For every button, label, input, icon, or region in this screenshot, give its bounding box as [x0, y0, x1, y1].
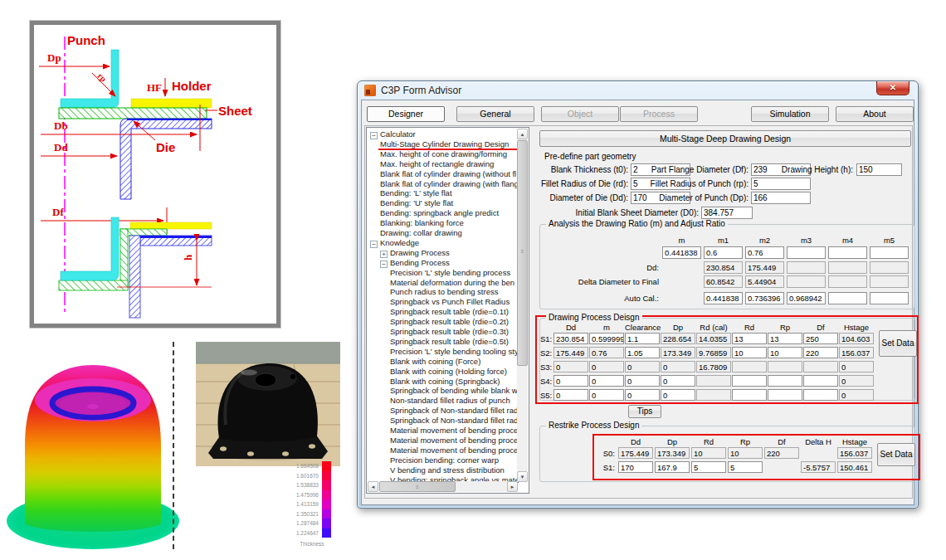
drawing-cell[interactable]: 13 [768, 333, 802, 344]
tree-item[interactable]: Springback of bending while blank w [390, 386, 529, 396]
drawing-cell[interactable]: 10 [732, 347, 767, 358]
tree-horizontal-scrollbar[interactable]: ◄ ≡ ► [368, 481, 518, 492]
analysis-group: Analysis the Drawing Ratio (m) and Adjus… [539, 224, 914, 309]
h-input[interactable] [856, 163, 902, 176]
drawing-cell: 0 [661, 361, 695, 373]
tree-item[interactable]: Material movement of bending proce [390, 436, 529, 446]
tree-item[interactable]: Non-standard fillet radius of punch [390, 396, 529, 406]
analysis-cell[interactable]: 0.441838 [704, 292, 743, 304]
tips-button[interactable]: Tips [628, 405, 661, 418]
drawing-cell[interactable]: 0 [553, 389, 588, 401]
tree-item[interactable]: Blank with coining (Holding force) [390, 367, 529, 377]
dp-input[interactable] [751, 192, 811, 204]
scroll-down-icon[interactable]: ▼ [517, 471, 528, 482]
drawing-cell[interactable]: 10 [768, 347, 802, 358]
tree-item[interactable]: Blank with coining (Springback) [390, 377, 529, 387]
analysis-cell[interactable]: 0.76 [745, 246, 784, 259]
tree-item[interactable]: Bending: 'L' style flat [380, 188, 529, 198]
drawing-cell[interactable]: 0 [625, 375, 660, 387]
tree-item[interactable]: Blank with coining (Force) [390, 357, 529, 367]
drawing-cell[interactable]: 250 [803, 333, 838, 344]
drawing-cell[interactable]: 230.854 [553, 333, 588, 344]
drawing-cell[interactable]: 0 [553, 375, 588, 387]
legend-swatch [322, 509, 331, 519]
rp-input[interactable] [751, 178, 811, 190]
collapse-icon[interactable]: − [370, 241, 378, 248]
scroll-right-icon[interactable]: ► [507, 481, 518, 492]
drawing-cell[interactable] [768, 389, 802, 401]
tree-item[interactable]: −Calculator [370, 129, 519, 139]
tree-item[interactable]: Springback result table (rdie=0.5t) [390, 337, 529, 347]
tree-item[interactable]: Blank flat of cylinder drawing (without … [380, 169, 529, 179]
tab-general[interactable]: General [456, 106, 534, 122]
tree-item[interactable]: Bending: 'U' style flat [380, 198, 529, 208]
drawing-cell[interactable] [732, 389, 767, 401]
tree-item[interactable]: Max. height of rectangle drawing [380, 159, 529, 169]
tree-item[interactable]: Precision bending: corner warp [390, 455, 529, 465]
analysis-cell[interactable]: 0.968942 [787, 292, 826, 304]
drawing-cell[interactable]: 220 [803, 347, 838, 358]
tree-item[interactable]: −Bending Process [380, 258, 529, 268]
tree-item[interactable]: Precision 'L' style bending process [390, 268, 529, 278]
analysis-cell[interactable] [870, 246, 909, 259]
tree-item[interactable]: Material movement of bending proce [390, 446, 529, 455]
analysis-cell[interactable]: 0.736396 [745, 292, 784, 304]
analysis-cell[interactable]: 0.441838 [662, 246, 701, 259]
drawing-cell[interactable]: 0.599999 [589, 333, 624, 344]
tab-about[interactable]: About [836, 106, 914, 122]
analysis-cell[interactable] [787, 246, 826, 259]
tree-item[interactable]: Springback of Non-standard fillet rad [390, 416, 529, 426]
tree-item[interactable]: Blank flat of cylinder drawing (with fla… [380, 179, 529, 189]
tab-designer[interactable]: Designer [367, 106, 445, 122]
drawing-cell[interactable] [732, 375, 767, 387]
analysis-cell[interactable] [828, 292, 867, 304]
drawing-cell[interactable]: 1.1 [625, 333, 660, 344]
tree-item[interactable]: Material deformation during the ben [390, 278, 529, 288]
collapse-icon[interactable]: − [380, 261, 388, 268]
tree-item[interactable]: Blanking: blanking force [380, 218, 529, 228]
d0-input[interactable] [701, 207, 753, 219]
tree-item[interactable]: Punch radius to bending stress [390, 287, 529, 297]
tree-item[interactable]: Springback of Non-standard fillet rad [390, 406, 529, 416]
tree-item[interactable]: −Knowledge [370, 238, 519, 248]
scroll-up-icon[interactable]: ▲ [517, 129, 528, 139]
tree-item[interactable]: Springback result table (rdie=0.3t) [390, 327, 529, 337]
drawing-cell[interactable]: 1.05 [625, 347, 660, 358]
analysis-cell: 60.8542 [704, 275, 743, 288]
tab-simulation[interactable]: Simulation [751, 106, 829, 122]
analysis-cell[interactable]: 0.6 [704, 246, 743, 259]
drawing-cell[interactable]: 0 [589, 389, 624, 401]
expand-icon[interactable]: + [380, 251, 388, 258]
tree-item[interactable]: Material movement of bending proce [390, 426, 529, 436]
drawing-cell[interactable]: 0 [625, 389, 660, 401]
drawing-cell[interactable]: 13 [732, 333, 767, 344]
tree-item[interactable]: Max. height of cone drawing/forming [380, 149, 529, 159]
legend-value: 1.538833 [280, 482, 319, 488]
dfl-label: Part Flange Diameter (Df): [624, 165, 749, 174]
tree-item[interactable]: Springback result table (rdie=0.2t) [390, 317, 529, 327]
close-button[interactable]: ✕ [876, 81, 909, 95]
analysis-cell[interactable] [870, 292, 909, 304]
tree-item[interactable]: +Drawing Process [380, 248, 529, 258]
set-data-button[interactable]: Set Data [879, 330, 917, 357]
hscroll-thumb[interactable]: ≡ [379, 481, 456, 492]
tree-item[interactable]: Springback result table (rdie=0.1t) [390, 307, 529, 317]
drawing-cell[interactable] [803, 389, 838, 401]
drawing-cell[interactable]: 0 [661, 389, 695, 401]
drawing-cell[interactable]: 0 [661, 375, 695, 387]
tree-item[interactable]: Springback vs Punch Fillet Radius [390, 297, 529, 307]
tree-item[interactable]: V bending and stress distribution [390, 465, 529, 475]
collapse-icon[interactable]: − [370, 132, 378, 139]
tree-item[interactable]: Precision 'L' style bending tooling sty [390, 347, 529, 357]
drawing-cell [768, 361, 802, 373]
analysis-cell[interactable] [828, 246, 867, 259]
calculator-knowledge-tree[interactable]: −CalculatorMulti-Stage Cylinder Drawing … [366, 127, 529, 494]
tree-item[interactable]: Drawing: collar drawing [380, 228, 529, 238]
tree-item[interactable]: Bending: springback angle predict [380, 208, 529, 218]
drawing-cell[interactable] [803, 375, 838, 387]
scroll-left-icon[interactable]: ◄ [368, 481, 378, 492]
drawing-row-label: S2: [540, 348, 552, 358]
title-bar[interactable]: C3P Form Advisor ✕ [358, 81, 918, 100]
drawing-cell[interactable]: 0 [589, 375, 624, 387]
drawing-cell[interactable] [768, 375, 802, 387]
